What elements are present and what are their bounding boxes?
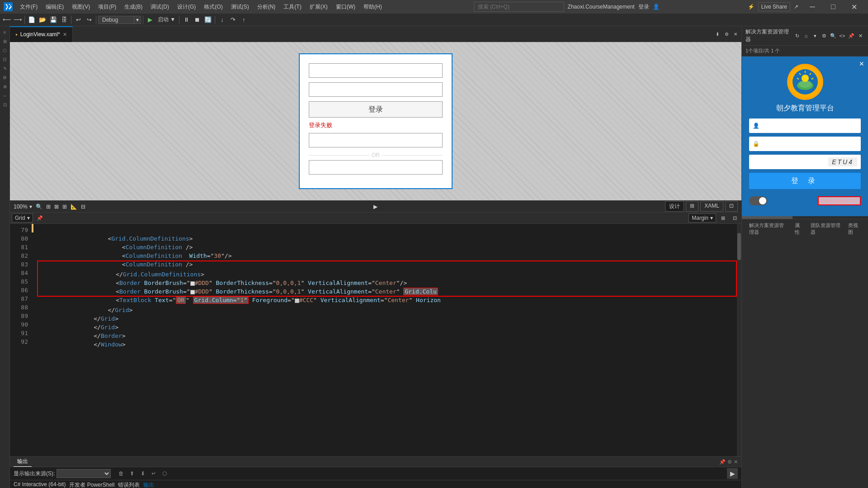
expand-view-button[interactable]: ⊡ (730, 213, 740, 223)
login-action[interactable]: 登录 (638, 3, 649, 11)
sol-code-icon[interactable]: <> (838, 32, 846, 40)
sol-home-icon[interactable]: ⌂ (802, 32, 810, 40)
save-all-button[interactable]: 🗄 (59, 15, 69, 25)
start-button[interactable]: ▶ (145, 15, 155, 25)
open-file-button[interactable]: 📂 (38, 15, 47, 25)
sidebar-icon-2[interactable]: ⊞ (1, 37, 9, 45)
undo-button[interactable]: ↩ (73, 15, 83, 25)
menu-extensions[interactable]: 扩展(X) (306, 1, 331, 13)
step-over-button[interactable]: ↷ (228, 15, 238, 25)
tab-design[interactable]: 设计 (665, 201, 684, 212)
tab-expand[interactable]: ⊡ (725, 201, 738, 212)
back-button[interactable]: ⟵ (2, 15, 12, 25)
output-clear-button[interactable]: 🗑 (116, 469, 126, 479)
sol-tab-class[interactable]: 类视图 (844, 221, 864, 237)
align-icon[interactable]: ⊟ (81, 204, 85, 210)
menu-format[interactable]: 格式(O) (200, 1, 226, 13)
preview-username-input[interactable]: 👤 (749, 118, 861, 133)
pause-button[interactable]: ⏸ (181, 15, 191, 25)
powershell-tab[interactable]: 开发者 PowerShell (69, 481, 114, 488)
output-run-button[interactable]: ▶ (727, 468, 738, 479)
sidebar-icon-3[interactable]: ⬡ (1, 46, 9, 54)
start-label[interactable]: 启动 ▼ (156, 15, 177, 25)
output-tab-label[interactable]: 输出 (14, 457, 32, 467)
property-selector[interactable]: Margin ▾ (689, 213, 716, 223)
sol-close-icon[interactable]: ✕ (856, 32, 864, 40)
new-file-button[interactable]: 📄 (27, 15, 37, 25)
debug-config-selector[interactable]: Debug ▾ (98, 16, 141, 24)
maximize-button[interactable]: □ (823, 0, 844, 14)
grid-icon-2[interactable]: ⊠ (54, 204, 59, 210)
sol-settings-icon[interactable]: ⚙ (820, 32, 828, 40)
ruler-icon[interactable]: 📐 (71, 204, 77, 210)
search-input[interactable] (474, 2, 564, 12)
sidebar-icon-5[interactable]: ✎ (1, 64, 9, 72)
output-source-select[interactable] (57, 469, 111, 478)
menu-debug[interactable]: 调试(D) (147, 1, 173, 13)
forward-button[interactable]: ⟶ (13, 15, 23, 25)
tab-settings-icon[interactable]: ⚙ (722, 30, 731, 38)
sidebar-icon-6[interactable]: ⚙ (1, 73, 9, 81)
menu-analyze[interactable]: 分析(N) (254, 1, 279, 13)
sol-search-icon[interactable]: 🔍 (829, 32, 837, 40)
sol-pin-icon[interactable]: 📌 (847, 32, 855, 40)
minimize-button[interactable]: ─ (802, 0, 823, 14)
output-wrap-button[interactable]: ↵ (149, 469, 159, 479)
sol-tab-properties[interactable]: 属性 (791, 221, 807, 237)
output-pin-button[interactable]: 📌 (719, 459, 726, 465)
preview-login-button[interactable]: 登 录 (749, 173, 861, 189)
sidebar-icon-8[interactable]: ↔ (1, 91, 9, 99)
sol-filter-icon[interactable]: ▾ (811, 32, 819, 40)
restart-button[interactable]: 🔄 (203, 15, 213, 25)
split-view-button[interactable]: ⊞ (718, 213, 728, 223)
save-button[interactable]: 💾 (48, 15, 58, 25)
code-content[interactable]: <Grid.ColumnDefinitions> <ColumnDefiniti… (33, 224, 737, 456)
output-scroll-down[interactable]: ⬇ (138, 469, 148, 479)
sidebar-icon-1[interactable]: ≡ (1, 28, 9, 36)
sidebar-icon-4[interactable]: ☷ (1, 55, 9, 63)
grid-icon[interactable]: ⊞ (46, 204, 51, 210)
stop-button[interactable]: ⏹ (192, 15, 202, 25)
scroll-right-icon[interactable]: ▶ (373, 204, 377, 210)
element-selector[interactable]: Grid ▾ (12, 213, 33, 223)
scroll-thumb[interactable] (737, 233, 741, 260)
solution-dropdown[interactable]: ⬇ (713, 30, 722, 38)
sol-tab-explorer[interactable]: 解决方案资源管理器 (745, 221, 791, 237)
menu-design[interactable]: 设计(G) (174, 1, 199, 13)
zoom-icon[interactable]: 🔍 (36, 204, 42, 210)
zoom-dropdown[interactable]: ▾ (29, 204, 32, 210)
menu-window[interactable]: 窗口(W) (332, 1, 359, 13)
menu-project[interactable]: 项目(P) (94, 1, 120, 13)
sidebar-icon-7[interactable]: ⊕ (1, 82, 9, 90)
tab-xaml[interactable]: XAML (700, 201, 723, 212)
code-scrollbar[interactable] (737, 224, 741, 456)
output-tab-active[interactable]: 输出 (143, 481, 154, 488)
step-into-button[interactable]: ↓ (217, 15, 227, 25)
preview-close-button[interactable]: ✕ (859, 60, 864, 67)
output-scroll-up[interactable]: ⬆ (127, 469, 137, 479)
preview-toggle[interactable] (749, 196, 767, 205)
output-close-button[interactable]: ✕ (734, 459, 738, 465)
menu-build[interactable]: 生成(B) (121, 1, 146, 13)
menu-view[interactable]: 视图(V) (68, 1, 94, 13)
close-button[interactable]: ✕ (844, 0, 864, 14)
tab-split[interactable]: ⊞ (686, 201, 698, 212)
sol-refresh-icon[interactable]: ↻ (793, 32, 801, 40)
debug-config-arrow[interactable]: ▾ (134, 16, 141, 24)
tab-close-button[interactable]: ✕ (63, 32, 67, 38)
pin-button[interactable]: 📌 (35, 213, 45, 223)
menu-edit[interactable]: 编辑(E) (42, 1, 67, 13)
tab-close-all[interactable]: ✕ (731, 30, 740, 38)
redo-button[interactable]: ↪ (84, 15, 94, 25)
sidebar-icon-9[interactable]: ⊡ (1, 100, 9, 109)
output-expand-button[interactable]: ⬡ (160, 469, 170, 479)
output-settings-button[interactable]: ⚙ (727, 459, 732, 465)
sol-tab-team[interactable]: 团队资源管理器 (807, 221, 844, 237)
menu-test[interactable]: 测试(S) (227, 1, 253, 13)
error-list-tab[interactable]: 错误列表 (118, 481, 140, 488)
preview-password-input[interactable]: 🔒 (749, 137, 861, 151)
liveshare-button[interactable]: Live Share (758, 2, 790, 11)
interactive-tab[interactable]: C# Interactive (64-bit) (14, 481, 66, 488)
menu-file[interactable]: 文件(F) (16, 1, 41, 13)
menu-help[interactable]: 帮助(H) (360, 1, 386, 13)
